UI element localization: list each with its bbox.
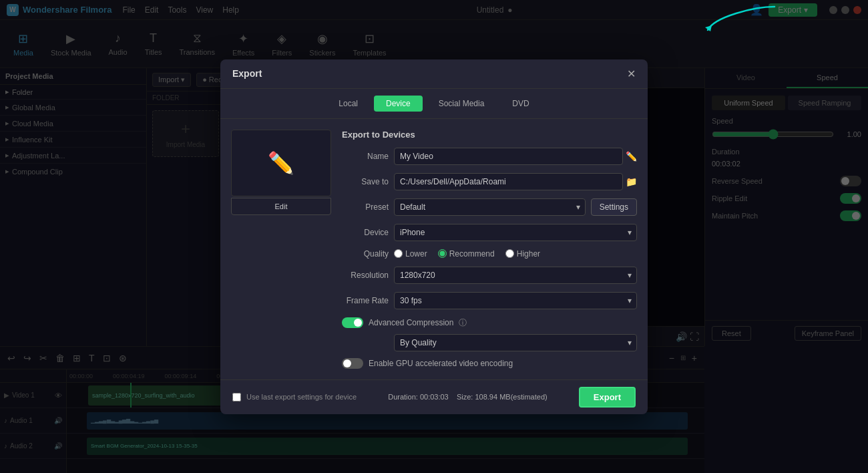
tab-social-media[interactable]: Social Media [427, 96, 497, 112]
preset-select-wrap: Default High Quality Low Quality [394, 198, 586, 216]
modal-preview: ✏️ Edit [231, 130, 331, 369]
advanced-compression-row: Advanced Compression ⓘ [342, 317, 637, 329]
quality-lower-label: Lower [405, 249, 427, 259]
name-input-group: ✏️ [394, 148, 637, 165]
advanced-compression-toggle[interactable] [342, 317, 363, 328]
frame-rate-label: Frame Rate [342, 296, 389, 305]
modal-header: Export ✕ [220, 59, 648, 89]
gpu-row: Enable GPU accelerated video encoding [342, 358, 637, 369]
last-settings-checkbox[interactable] [232, 393, 241, 402]
resolution-select-wrap: 1280x720 1920x1080 640x480 [394, 267, 637, 284]
device-row: Device iPhone iPad Android Apple TV [342, 224, 637, 241]
quality-lower[interactable]: Lower [394, 249, 427, 259]
frame-rate-select[interactable]: 30 fps 24 fps 60 fps [394, 292, 637, 309]
quality-label: Quality [342, 249, 389, 259]
frame-rate-select-wrap: 30 fps 24 fps 60 fps [394, 292, 637, 309]
name-input[interactable] [394, 148, 623, 165]
frame-rate-row: Frame Rate 30 fps 24 fps 60 fps [342, 292, 637, 309]
gpu-toggle[interactable] [342, 358, 363, 369]
last-settings-label: Use last export settings for device [246, 393, 357, 401]
modal-footer: Use last export settings for device Dura… [220, 379, 648, 414]
settings-button[interactable]: Settings [591, 198, 637, 216]
duration-info-text: Duration: 00:03:03 [388, 393, 449, 401]
info-icon[interactable]: ⓘ [459, 317, 467, 329]
quality-higher[interactable]: Higher [505, 249, 540, 259]
modal-form: Export to Devices Name ✏️ Save to 📁 [342, 130, 637, 369]
tab-device[interactable]: Device [374, 96, 423, 112]
pencil-icon: ✏️ [268, 150, 294, 176]
name-label: Name [342, 152, 389, 161]
modal-tabs: Local Device Social Media DVD [220, 89, 648, 119]
device-select-wrap: iPhone iPad Android Apple TV [394, 224, 637, 241]
modal-title: Export [232, 68, 262, 79]
footer-left: Use last export settings for device [232, 393, 357, 402]
quality-recommend-label: Recommend [449, 249, 495, 259]
modal-overlay[interactable]: Export ✕ Local Device Social Media DVD ✏… [0, 0, 868, 473]
preset-select[interactable]: Default High Quality Low Quality [394, 198, 586, 216]
device-label: Device [342, 228, 389, 237]
quality-higher-label: Higher [517, 249, 540, 259]
tab-local[interactable]: Local [327, 96, 370, 112]
gpu-label: Enable GPU accelerated video encoding [369, 359, 513, 368]
preset-row: Preset Default High Quality Low Quality … [342, 198, 637, 216]
tab-dvd[interactable]: DVD [500, 96, 541, 112]
save-to-input[interactable] [394, 173, 623, 190]
modal-body: ✏️ Edit Export to Devices Name ✏️ Save t… [220, 119, 648, 379]
quality-lower-radio[interactable] [394, 249, 403, 258]
quality-recommend-radio[interactable] [438, 249, 447, 258]
rename-icon[interactable]: ✏️ [626, 151, 637, 162]
footer-duration-info: Duration: 00:03:03 Size: 108.94 MB(estim… [388, 393, 547, 401]
modal-close-button[interactable]: ✕ [627, 67, 636, 80]
name-row: Name ✏️ [342, 148, 637, 165]
resolution-label: Resolution [342, 271, 389, 280]
quality-row: Quality Lower Recommend Higher [342, 249, 637, 259]
preset-label: Preset [342, 202, 389, 212]
device-select[interactable]: iPhone iPad Android Apple TV [394, 224, 637, 241]
quality-higher-radio[interactable] [505, 249, 514, 258]
resolution-select[interactable]: 1280x720 1920x1080 640x480 [394, 267, 637, 284]
export-modal: Export ✕ Local Device Social Media DVD ✏… [220, 59, 648, 414]
by-quality-select-wrap: By Quality [394, 334, 637, 351]
folder-browse-icon[interactable]: 📁 [626, 176, 637, 187]
size-info-text: Size: 108.94 MB(estimated) [457, 393, 548, 401]
save-to-label: Save to [342, 177, 389, 186]
save-to-row: Save to 📁 [342, 173, 637, 190]
by-quality-select[interactable]: By Quality [394, 334, 637, 351]
export-to-devices-title: Export to Devices [342, 130, 637, 140]
quality-options: Lower Recommend Higher [394, 249, 540, 259]
save-to-input-group: 📁 [394, 173, 637, 190]
edit-preview-button[interactable]: Edit [231, 198, 331, 215]
modal-export-button[interactable]: Export [579, 387, 636, 408]
advanced-compression-label: Advanced Compression [369, 318, 453, 327]
quality-recommend[interactable]: Recommend [438, 249, 495, 259]
preview-thumbnail: ✏️ [231, 130, 331, 196]
resolution-row: Resolution 1280x720 1920x1080 640x480 [342, 267, 637, 284]
